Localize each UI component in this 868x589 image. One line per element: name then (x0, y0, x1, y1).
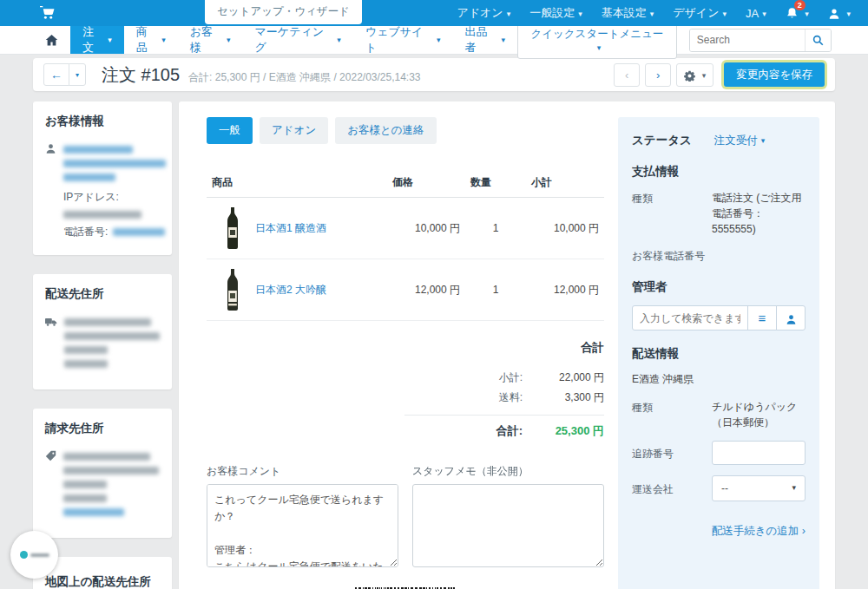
customer-comment-textarea[interactable]: これってクール宅急便で送られますか？ 管理者： こちらはクール宅急便で配送をいた… (207, 484, 398, 567)
top-admin-bar: セットアップ・ウィザード アドオン▾ 一般設定▾ 基本設定▾ デザイン▾ JA▾… (0, 0, 868, 26)
admin-search-input[interactable] (632, 305, 748, 330)
back-dropdown-button[interactable]: ▾ (69, 63, 86, 86)
caret-icon: ▾ (108, 36, 112, 44)
col-qty: 数量 (465, 168, 526, 198)
setup-wizard-button[interactable]: セットアップ・ウィザード (205, 0, 362, 24)
tab-general[interactable]: 一般 (207, 117, 253, 144)
staff-memo-textarea[interactable] (412, 484, 604, 567)
quick-start-label: クイックスタートメニュー (530, 28, 663, 40)
main-nav: 注文▾ 商品▾ お客様▾ マーケティング▾ ウェブサイト▾ 出品者▾ クイックス… (0, 26, 868, 55)
carrier-select[interactable]: -- ▾ (712, 475, 806, 501)
caret-icon: ▾ (761, 136, 766, 145)
next-order-button[interactable]: › (645, 63, 671, 87)
product-qty: 1 (465, 259, 526, 321)
notifications-menu[interactable]: 2 ▾ (786, 6, 809, 20)
customer-email-blurred[interactable] (63, 173, 115, 181)
carrier-label: 運送会社 (632, 481, 712, 497)
billing-address-title: 請求先住所 (45, 421, 160, 436)
totals-title: 合計 (404, 340, 604, 356)
nav-customers[interactable]: お客様▾ (178, 26, 243, 54)
product-link[interactable]: 日本酒1 醸造酒 (255, 221, 326, 236)
nav-orders-label: 注文 (82, 24, 104, 56)
customer-email-blurred[interactable] (63, 160, 166, 167)
order-tabs: 一般 アドオン お客様との連絡 (207, 117, 604, 144)
order-header: ← ▾ 注文 #105 合計: 25,300 円 / E酒造 沖縄県 / 202… (33, 58, 835, 91)
caret-icon: ▾ (597, 43, 602, 52)
menu-design[interactable]: デザイン▾ (673, 5, 727, 21)
nav-home[interactable] (33, 26, 70, 54)
truck-icon (45, 312, 57, 374)
admin-list-button[interactable]: ≡ (747, 305, 777, 330)
chevron-right-icon: › (656, 69, 660, 82)
menu-basic-settings[interactable]: 基本設定▾ (602, 5, 654, 21)
subtotal-value: 22,000 円 (535, 370, 604, 385)
nav-website[interactable]: ウェブサイト▾ (353, 26, 453, 54)
menu-general-settings[interactable]: 一般設定▾ (529, 5, 582, 21)
menu-language-label: JA (746, 7, 759, 20)
product-price: 10,000 円 (387, 198, 465, 259)
admin-user-button[interactable] (776, 305, 806, 330)
billing-address-blurred (63, 467, 159, 474)
grand-total-label: 合計: (496, 423, 523, 439)
chat-widget-button[interactable] (10, 531, 58, 579)
tag-icon (45, 447, 56, 522)
payment-info-title: 支払情報 (632, 164, 806, 180)
shipping-address-blurred (64, 360, 108, 368)
billing-phone-blurred[interactable] (63, 508, 124, 516)
customer-info-panel: お客様情報 IPアドレス: 電話番号: (33, 101, 172, 255)
nav-products-label: 商品 (136, 24, 158, 56)
table-row: 日本酒2 大吟醸 12,000 円 1 12,000 円 (207, 259, 604, 321)
settings-dropdown-button[interactable]: ▾ (676, 63, 713, 87)
person-icon (786, 311, 797, 325)
order-items-table: 商品 価格 数量 小計 (207, 168, 604, 321)
nav-vendors[interactable]: 出品者▾ (452, 26, 517, 54)
customer-phone-label: お客様電話番号 (632, 247, 712, 264)
search-input[interactable] (690, 29, 805, 51)
save-changes-button[interactable]: 変更内容を保存 (724, 62, 825, 87)
prev-order-button[interactable]: ‹ (614, 63, 640, 87)
caret-icon: ▾ (76, 71, 79, 79)
left-sidebar: お客様情報 IPアドレス: 電話番号: (33, 101, 172, 589)
caret-icon: ▾ (702, 71, 707, 80)
back-button[interactable]: ← (43, 63, 69, 86)
shipping-cost-label: 送料: (499, 390, 523, 405)
hamburger-icon: ≡ (759, 311, 766, 325)
payment-type-value: 電話注文 (ご注文用電話番号： 5555555) (712, 190, 806, 237)
page-title: 注文 #105 (102, 63, 180, 87)
admin-title: 管理者 (632, 279, 806, 295)
caret-icon: ▾ (805, 10, 809, 18)
notification-badge: 2 (794, 0, 806, 10)
nav-products[interactable]: 商品▾ (124, 26, 178, 54)
arrow-left-icon: ← (50, 68, 62, 82)
menu-addons[interactable]: アドオン▾ (457, 5, 510, 21)
caret-icon: ▾ (337, 36, 341, 44)
quick-start-menu-button[interactable]: クイックスタートメニュー▾ (517, 22, 677, 59)
shipping-address-blurred (64, 332, 160, 340)
search-button[interactable] (805, 29, 831, 51)
product-link[interactable]: 日本酒2 大吟醸 (255, 283, 326, 298)
caret-icon: ▾ (578, 10, 582, 18)
tracking-number-input[interactable] (712, 441, 806, 465)
tab-customer-communication[interactable]: お客様との連絡 (335, 117, 436, 144)
nav-marketing[interactable]: マーケティング▾ (243, 26, 353, 54)
tab-addons[interactable]: アドオン (260, 117, 328, 144)
payment-type-label: 種類 (632, 190, 712, 206)
shipping-type-label: 種類 (632, 399, 712, 416)
status-label: ステータス (632, 133, 692, 148)
user-menu[interactable]: ▾ (828, 6, 851, 20)
caret-icon: ▾ (161, 36, 166, 44)
shipping-address-title: 配送先住所 (45, 286, 160, 302)
customer-name-blurred[interactable] (63, 146, 133, 154)
menu-language[interactable]: JA▾ (746, 7, 766, 20)
add-shipment-link[interactable]: 配送手続きの追加 › (632, 524, 806, 539)
billing-address-blurred (63, 494, 107, 502)
status-dropdown[interactable]: 注文受付▾ (714, 134, 766, 148)
shipping-cost-value: 3,300 円 (535, 390, 604, 405)
nav-website-label: ウェブサイト (365, 24, 433, 56)
nav-orders[interactable]: 注文▾ (70, 26, 124, 54)
table-row: 日本酒1 醸造酒 10,000 円 1 10,000 円 (207, 198, 604, 259)
cart-icon[interactable] (40, 5, 55, 20)
chevron-left-icon: ‹ (625, 69, 628, 82)
phone-value-blurred[interactable] (113, 228, 165, 236)
col-price: 価格 (387, 168, 465, 198)
